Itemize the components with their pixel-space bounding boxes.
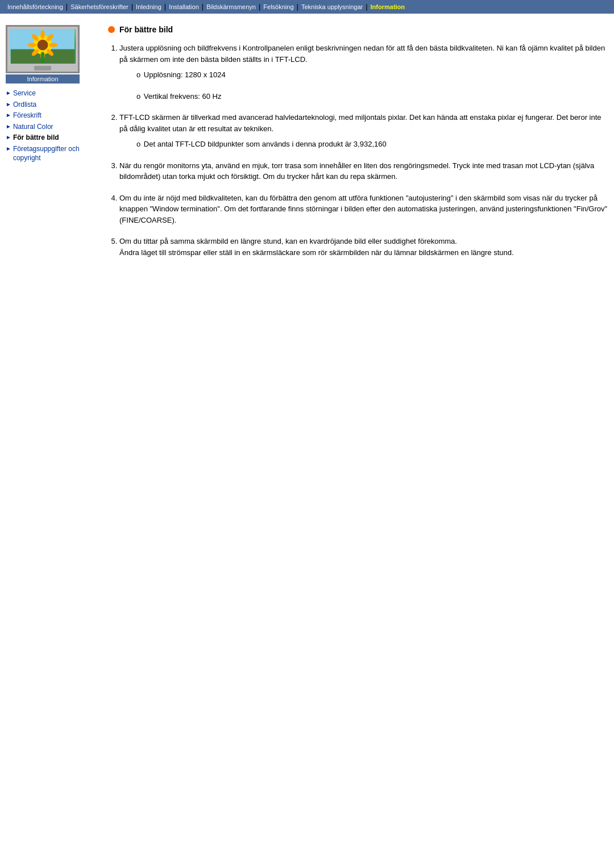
- list-item-2: TFT-LCD skärmen är tillverkad med avance…: [119, 112, 608, 150]
- svg-point-6: [28, 43, 36, 47]
- sub-list-1: Upplösning: 1280 x 1024 Vertikal frekven…: [119, 69, 608, 102]
- sidebar: Information ► Service ► Ordlista ► Föres…: [6, 25, 97, 268]
- arrow-icon-for-battre-bild: ►: [6, 134, 11, 140]
- list-item-1-text: Justera upplösning och bildfrekvens i Ko…: [119, 43, 608, 65]
- list-item-4: Om du inte är nöjd med bildkvaliteten, k…: [119, 193, 608, 226]
- content-heading: För bättre bild: [119, 25, 173, 34]
- list-item-5-text: Om du tittar på samma skärmbild en längr…: [119, 236, 608, 258]
- sidebar-item-foreskrift[interactable]: ► Föreskrift: [6, 111, 91, 120]
- sub-item-1-2: Vertikal frekvens: 60 Hz: [136, 91, 608, 102]
- list-item-4-text: Om du inte är nöjd med bildkvaliteten, k…: [119, 193, 608, 226]
- nav-sakerhetsforeskrifter[interactable]: Säkerhetsföreskrifter: [68, 2, 131, 11]
- sidebar-link-foretagsuppgifter[interactable]: Företagsuppgifter och copyright: [13, 145, 91, 162]
- list-item-3-text: När du rengör monitorns yta, använd en m…: [119, 160, 608, 182]
- sidebar-link-foreskrift[interactable]: Föreskrift: [13, 111, 42, 120]
- svg-point-7: [49, 43, 57, 47]
- main-container: Information ► Service ► Ordlista ► Föres…: [0, 14, 614, 274]
- monitor-image: [6, 25, 80, 73]
- svg-point-3: [38, 40, 48, 51]
- monitor-base: [34, 66, 51, 70]
- nav-bildskarmsmeny[interactable]: Bildskärmsmenyn: [204, 2, 259, 11]
- svg-point-4: [40, 30, 45, 39]
- bullet-icon: [108, 26, 115, 33]
- content-list: Justera upplösning och bildfrekvens i Ko…: [108, 43, 608, 258]
- arrow-icon-foretagsuppgifter: ►: [6, 145, 11, 152]
- nav-installation[interactable]: Installation: [166, 2, 202, 11]
- sidebar-item-for-battre-bild[interactable]: ► För bättre bild: [6, 133, 91, 143]
- content-header: För bättre bild: [108, 25, 608, 34]
- arrow-icon-natural-color: ►: [6, 123, 11, 130]
- sidebar-link-for-battre-bild[interactable]: För bättre bild: [13, 133, 59, 143]
- monitor-screen: [10, 29, 76, 64]
- sidebar-label: Information: [6, 74, 80, 84]
- sidebar-link-service[interactable]: Service: [13, 89, 36, 98]
- nav-tekniska[interactable]: Tekniska upplysningar: [298, 2, 366, 11]
- main-content: För bättre bild Justera upplösning och b…: [97, 25, 608, 268]
- sidebar-item-ordlista[interactable]: ► Ordlista: [6, 101, 91, 110]
- sub-list-2: Det antal TFT-LCD bildpunkter som använd…: [119, 139, 608, 150]
- sidebar-item-service[interactable]: ► Service: [6, 89, 91, 98]
- sidebar-link-natural-color[interactable]: Natural Color: [13, 123, 53, 132]
- list-item-1: Justera upplösning och bildfrekvens i Ko…: [119, 43, 608, 102]
- nav-information[interactable]: Information: [368, 2, 408, 11]
- sub-item-2-1: Det antal TFT-LCD bildpunkter som använd…: [136, 139, 608, 150]
- arrow-icon-foreskrift: ►: [6, 112, 11, 118]
- nav-inledning[interactable]: Inledning: [133, 2, 164, 11]
- nav-innehallsforteckning[interactable]: Innehållsförteckning: [5, 2, 66, 11]
- top-navigation: Innehållsförteckning | Säkerhetsföreskri…: [0, 0, 614, 14]
- arrow-icon-ordlista: ►: [6, 101, 11, 107]
- sidebar-link-ordlista[interactable]: Ordlista: [13, 101, 36, 110]
- sidebar-nav: ► Service ► Ordlista ► Föreskrift ► Natu…: [6, 89, 91, 162]
- sub-item-1-1: Upplösning: 1280 x 1024: [136, 69, 608, 81]
- svg-rect-12: [41, 52, 44, 63]
- nav-felsokning[interactable]: Felsökning: [260, 2, 296, 11]
- list-item-2-text: TFT-LCD skärmen är tillverkad med avance…: [119, 112, 608, 134]
- list-item-5: Om du tittar på samma skärmbild en längr…: [119, 236, 608, 258]
- list-item-3: När du rengör monitorns yta, använd en m…: [119, 160, 608, 182]
- sidebar-item-natural-color[interactable]: ► Natural Color: [6, 123, 91, 132]
- arrow-icon-service: ►: [6, 90, 11, 96]
- sidebar-item-foretagsuppgifter[interactable]: ► Företagsuppgifter och copyright: [6, 145, 91, 162]
